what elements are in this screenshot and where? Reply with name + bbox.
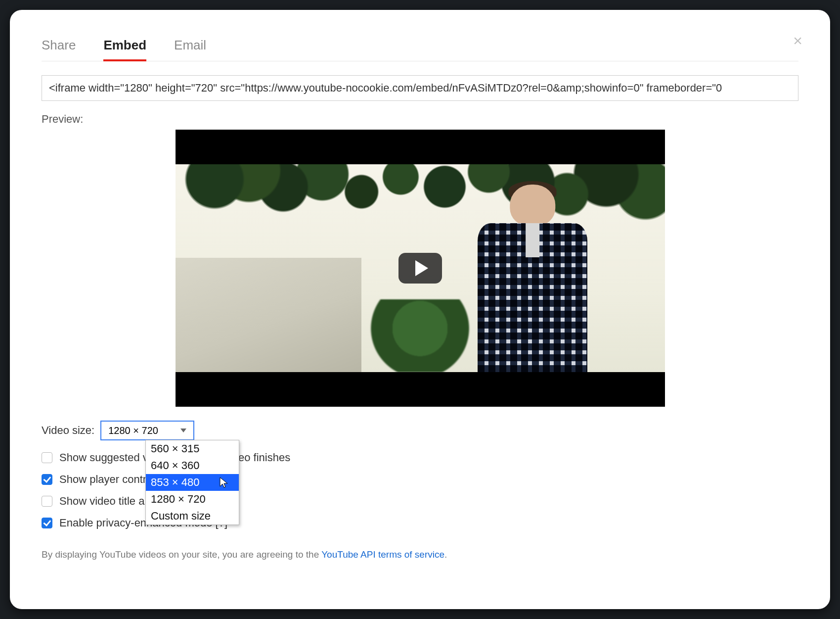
checkbox-privacy-enhanced[interactable] [42,518,52,528]
video-size-dropdown: 560 × 315 640 × 360 853 × 480 1280 × 720… [145,440,239,525]
terms-prefix: By displaying YouTube videos on your sit… [42,549,321,560]
tab-embed[interactable]: Embed [103,34,146,61]
checkbox-suggested-videos[interactable] [42,452,52,463]
preview-label: Preview: [42,113,798,126]
letterbox-top [176,130,665,164]
size-option-640x360[interactable]: 640 × 360 [146,457,239,474]
share-dialog: × Share Embed Email Preview: [10,10,830,609]
scene-wall [176,258,361,372]
cursor-icon [219,476,229,488]
letterbox-bottom [176,372,665,407]
size-option-560x315[interactable]: 560 × 315 [146,440,239,457]
size-option-1280x720[interactable]: 1280 × 720 [146,491,239,508]
embed-code-input[interactable] [42,75,798,101]
terms-suffix: . [444,549,447,560]
terms-note: By displaying YouTube videos on your sit… [42,549,798,560]
tab-email[interactable]: Email [174,34,206,61]
play-icon [415,260,428,276]
video-size-row: Video size: 1280 × 720 560 × 315 640 × 3… [42,421,798,440]
video-size-label: Video size: [42,424,94,437]
chevron-down-icon [180,429,186,432]
scene-bush [366,299,474,372]
checkbox-player-controls[interactable] [42,474,52,485]
checkbox-video-title[interactable] [42,496,52,507]
size-option-custom[interactable]: Custom size [146,508,239,524]
video-size-select[interactable]: 1280 × 720 [100,421,194,440]
play-button[interactable] [398,253,442,284]
scene-person [464,181,601,372]
preview-area [42,130,798,407]
video-frame [176,164,665,372]
terms-link[interactable]: YouTube API terms of service [321,549,444,560]
tab-share[interactable]: Share [42,34,76,61]
tab-bar: Share Embed Email [42,34,798,61]
close-icon[interactable]: × [793,33,802,48]
size-option-853x480-label: 853 × 480 [151,476,199,488]
size-option-853x480[interactable]: 853 × 480 [146,474,239,491]
video-player[interactable] [176,130,665,407]
video-size-selected: 1280 × 720 [108,425,158,436]
